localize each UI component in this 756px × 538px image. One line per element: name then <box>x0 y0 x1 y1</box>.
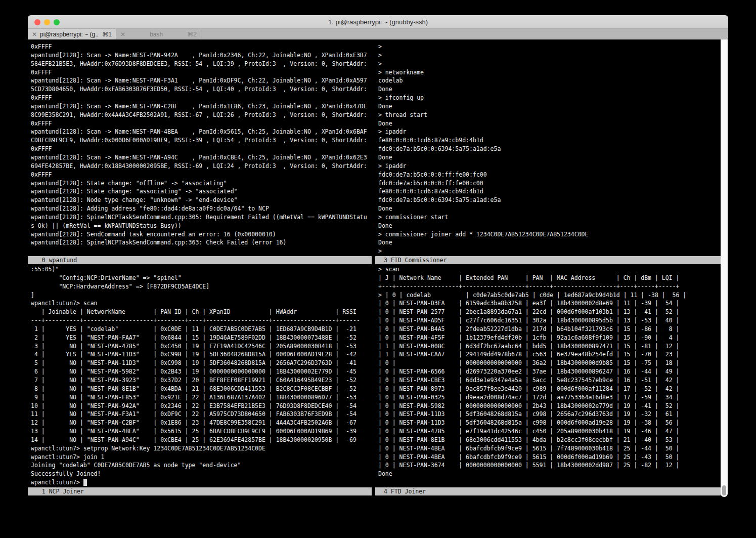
scrollbar-thumb[interactable] <box>722 485 726 495</box>
pane-title-ftd-commissioner: 3 FTD Commissioner <box>375 256 721 264</box>
tab-shortcut: ⌘2 <box>187 31 197 38</box>
tab-bash[interactable]: ✕ bash ⌘2 <box>116 29 201 39</box>
tab-bar: ✕ pi@raspberrypi: ~ (g... ⌘1 ✕ bash ⌘2 <box>28 29 728 39</box>
terminal-cursor <box>83 479 87 486</box>
terminal-window: 1. pi@raspberrypi: ~ (gnubby-ssh) ✕ pi@r… <box>28 15 728 497</box>
close-tab-icon[interactable]: ✕ <box>120 31 125 38</box>
tab-label: bash <box>128 31 184 38</box>
pane-ncp-joiner[interactable]: :55:05)" "Config:NCP:DriverName" => "spi… <box>28 265 372 487</box>
close-tab-icon[interactable]: ✕ <box>32 31 37 38</box>
pane-title-ncp-joiner: 1 NCP Joiner <box>28 487 372 495</box>
scrollbar[interactable] <box>721 39 728 497</box>
pane-title-wpantund: 0 wpantund <box>28 256 372 264</box>
window-title: 1. pi@raspberrypi: ~ (gnubby-ssh) <box>28 18 728 26</box>
tab-bar-empty-space <box>201 29 728 39</box>
pane-wpantund[interactable]: 0xFFFF wpantund[2128]: Scan -> Name:NEST… <box>28 43 372 256</box>
pane-title-ftd-joiner: 4 FTD Joiner <box>375 487 721 495</box>
tab-label: pi@raspberrypi: ~ (g... <box>40 31 99 38</box>
title-bar[interactable]: 1. pi@raspberrypi: ~ (gnubby-ssh) <box>28 15 728 29</box>
pane-ftd-commissioner[interactable]: > > > > networkname codelab Done > ifcon… <box>375 43 721 256</box>
tab-ssh-session[interactable]: ✕ pi@raspberrypi: ~ (g... ⌘1 <box>28 29 116 39</box>
tab-shortcut: ⌘1 <box>102 31 112 38</box>
terminal-content: 0xFFFF wpantund[2128]: Scan -> Name:NEST… <box>28 39 728 497</box>
pane-ftd-joiner[interactable]: > scan | J | Network Name | Extended PAN… <box>375 265 721 487</box>
